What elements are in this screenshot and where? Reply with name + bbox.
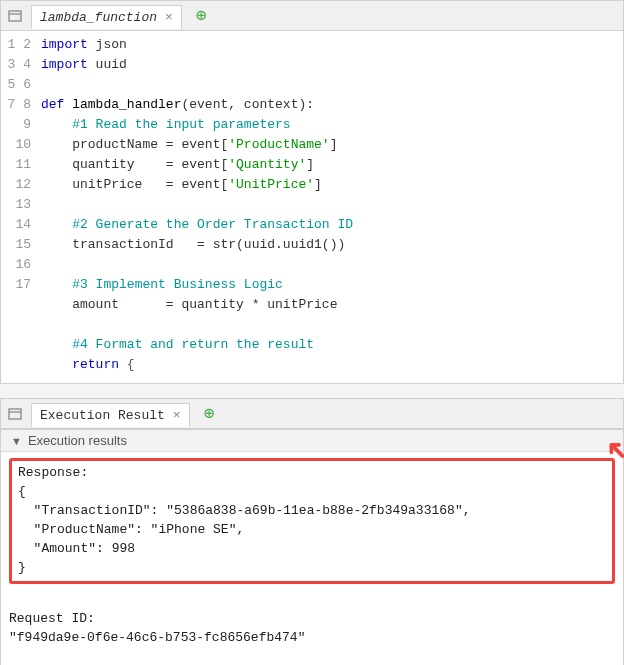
results-panel: Execution Result × ⊕ ▼ Execution results… xyxy=(0,398,624,665)
editor-tab-label: lambda_function xyxy=(40,10,157,25)
editor-tab-bar: lambda_function × ⊕ xyxy=(1,1,623,31)
svg-rect-2 xyxy=(9,409,21,419)
code-content[interactable]: import json import uuid def lambda_handl… xyxy=(41,35,623,375)
code-area[interactable]: 1 2 3 4 5 6 7 8 9 10 11 12 13 14 15 16 1… xyxy=(1,31,623,383)
window-icon xyxy=(5,404,25,424)
plus-icon: ⊕ xyxy=(196,7,207,25)
response-transaction-id: 5386a838-a69b-11ea-b88e-2fb349a33168 xyxy=(174,503,455,518)
results-header[interactable]: ▼ Execution results xyxy=(1,429,623,452)
line-gutter: 1 2 3 4 5 6 7 8 9 10 11 12 13 14 15 16 1… xyxy=(1,35,41,375)
close-icon[interactable]: × xyxy=(165,10,173,25)
results-body: ➜Response: { "TransactionID": "5386a838-… xyxy=(1,452,623,665)
response-product-name: iPhone SE xyxy=(158,522,228,537)
response-label: Response: xyxy=(18,465,88,480)
results-header-label: Execution results xyxy=(28,433,127,448)
response-amount: 998 xyxy=(112,541,135,556)
new-tab-button[interactable]: ⊕ xyxy=(204,405,215,423)
svg-rect-0 xyxy=(9,11,21,21)
window-icon xyxy=(5,6,25,26)
request-id-label: Request ID: xyxy=(9,611,95,626)
request-id-value: f949da9e-0f6e-46c6-b753-fc8656efb474 xyxy=(17,630,298,645)
results-tab-bar: Execution Result × ⊕ xyxy=(1,399,623,429)
code-editor-panel: lambda_function × ⊕ 1 2 3 4 5 6 7 8 9 10… xyxy=(0,0,624,384)
editor-tab[interactable]: lambda_function × xyxy=(31,5,182,29)
disclosure-triangle-icon[interactable]: ▼ xyxy=(11,435,22,447)
close-icon[interactable]: × xyxy=(173,408,181,423)
response-highlight-box: ➜Response: { "TransactionID": "5386a838-… xyxy=(9,458,615,584)
plus-icon: ⊕ xyxy=(204,405,215,423)
results-tab-label: Execution Result xyxy=(40,408,165,423)
new-tab-button[interactable]: ⊕ xyxy=(196,7,207,25)
results-tab[interactable]: Execution Result × xyxy=(31,403,190,427)
